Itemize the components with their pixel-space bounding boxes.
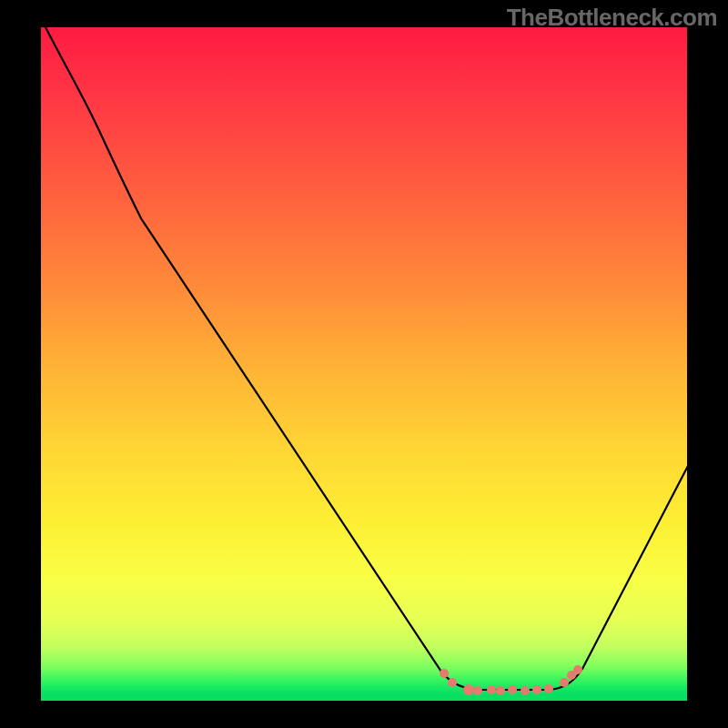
watermark-text: TheBottleneck.com [507,4,717,32]
svg-point-3 [473,686,482,695]
bottleneck-line [41,27,687,690]
svg-point-4 [487,685,496,694]
svg-point-7 [521,686,530,695]
svg-point-12 [573,665,582,674]
svg-point-6 [508,685,517,694]
svg-point-5 [496,686,505,695]
svg-point-9 [544,684,553,693]
svg-point-10 [560,678,569,687]
svg-point-0 [440,669,449,678]
svg-point-1 [448,678,457,687]
chart-container: TheBottleneck.com [0,0,728,728]
svg-point-8 [532,685,541,694]
bottleneck-curve [41,27,687,701]
svg-point-2 [463,684,474,695]
data-points [440,665,582,695]
plot-area [41,27,687,701]
